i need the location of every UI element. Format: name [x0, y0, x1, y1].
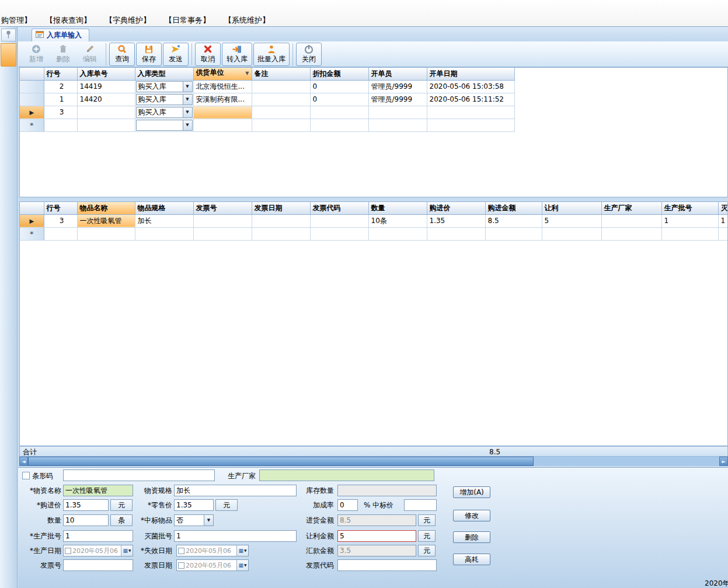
cell-line-no[interactable]	[44, 119, 77, 131]
cell-batch-no[interactable]	[661, 227, 718, 240]
retail-price-input[interactable]: 1.35	[174, 499, 214, 511]
cell-order-no[interactable]: 14420	[77, 93, 135, 106]
row-selector-header[interactable]	[20, 68, 44, 80]
col-created[interactable]: 开单日期	[427, 68, 514, 80]
barcode-checkbox[interactable]	[22, 472, 30, 479]
cell-line-no[interactable]: 2	[44, 80, 77, 93]
menu-item-daily[interactable]: 【日常事务】	[165, 15, 210, 26]
row-selector-header[interactable]	[20, 202, 44, 214]
col-price[interactable]: 购进价	[427, 202, 485, 214]
cell-price[interactable]: 1.35	[427, 214, 485, 227]
cell-clerk[interactable]: 管理员/9999	[368, 93, 427, 106]
cell-batch-no[interactable]: 1	[661, 214, 718, 227]
cell-rebate[interactable]	[542, 227, 601, 240]
quantity-input[interactable]: 10	[63, 514, 109, 526]
dropdown-icon[interactable]: ▼	[204, 515, 213, 526]
pin-button[interactable]	[1, 29, 16, 41]
col-discount[interactable]: 折扣金额	[310, 68, 368, 80]
rebate-amount-input[interactable]: 5	[337, 530, 416, 542]
cell-discount[interactable]: 0	[310, 80, 368, 93]
invoice-date-picker[interactable]: 2020年05月06 ▦▼	[176, 559, 249, 571]
col-item-spec[interactable]: 物品规格	[135, 202, 193, 214]
expiry-date-checkbox[interactable]	[178, 548, 184, 554]
dropdown-icon[interactable]: ▼	[183, 107, 192, 117]
cell-manufacturer[interactable]	[601, 227, 661, 240]
cell-rebate[interactable]: 5	[542, 214, 601, 227]
new-row-indicator[interactable]: *	[20, 119, 44, 131]
cell-line-no[interactable]: 3	[44, 214, 77, 227]
scrollbar-track[interactable]	[534, 457, 719, 466]
cell-remark[interactable]	[252, 93, 310, 106]
new-button[interactable]: 新增	[23, 43, 49, 66]
cell-created[interactable]	[427, 106, 514, 119]
entry-type-combo[interactable]: 购买入库▼	[136, 81, 193, 92]
cell-created[interactable]: 2020-05-06 15:11:52	[427, 93, 514, 106]
col-invoice-code[interactable]: 发票代码	[310, 202, 368, 214]
col-invoice-date[interactable]: 发票日期	[252, 202, 310, 214]
cell-order-no[interactable]	[77, 106, 135, 119]
production-date-picker[interactable]: 2020年05月06 ▦▼	[63, 545, 133, 556]
cell-discount[interactable]	[310, 119, 368, 131]
cell-remark[interactable]	[252, 106, 310, 119]
cell-supplier-active[interactable]	[193, 106, 252, 119]
bid-price-input[interactable]	[404, 499, 437, 511]
menu-item-system[interactable]: 【系统维护】	[224, 15, 270, 26]
filter-arrow-icon[interactable]: ▼	[245, 68, 249, 79]
remittance-unit-button[interactable]: 元	[418, 545, 436, 556]
col-manufacturer[interactable]: 生产厂家	[601, 202, 661, 214]
row-indicator[interactable]	[20, 93, 44, 106]
scrollbar-thumb[interactable]	[28, 457, 534, 466]
retail-price-unit-button[interactable]: 元	[215, 499, 238, 511]
cell-discount[interactable]	[310, 106, 368, 119]
cell-invoice-no[interactable]	[193, 214, 252, 227]
col-amount[interactable]: 购进金额	[485, 202, 542, 214]
cell-supplier[interactable]	[193, 119, 252, 131]
invoice-date-dropdown[interactable]: ▦▼	[236, 560, 248, 570]
dropdown-icon[interactable]: ▼	[183, 120, 192, 130]
cell-amount[interactable]	[485, 227, 542, 240]
cell-remark[interactable]	[252, 119, 310, 131]
save-button[interactable]: 保存	[136, 43, 162, 66]
invoice-code-input[interactable]	[337, 559, 437, 571]
col-remark[interactable]: 备注	[252, 68, 310, 80]
cell-qty[interactable]	[368, 227, 427, 240]
horizontal-scrollbar[interactable]: ◄ ►	[19, 457, 728, 466]
cell-invoice-date[interactable]	[252, 214, 310, 227]
cell-item-spec[interactable]: 加长	[135, 214, 193, 227]
cell-invoice-code[interactable]	[310, 214, 368, 227]
cell-clerk[interactable]	[368, 106, 427, 119]
row-indicator[interactable]	[20, 80, 44, 93]
menu-item-purchase[interactable]: 购管理】	[1, 15, 32, 26]
delete-item-button[interactable]: 删除	[453, 531, 490, 543]
bid-item-combo[interactable]: 否▼	[174, 514, 214, 526]
cancel-button[interactable]: 取消	[195, 43, 221, 66]
cell-item-spec[interactable]	[135, 227, 193, 240]
cell-sterile[interactable]	[718, 227, 728, 240]
dropdown-icon[interactable]: ▼	[183, 82, 192, 92]
batch-no-input[interactable]: 1	[63, 530, 133, 542]
cell-order-no[interactable]	[77, 119, 135, 131]
col-item-name[interactable]: 物品名称	[77, 202, 135, 214]
col-invoice-no[interactable]: 发票号	[193, 202, 252, 214]
cell-sterile[interactable]: 1	[718, 214, 728, 227]
menu-item-reports[interactable]: 【报表查询】	[46, 15, 91, 26]
collapsed-panel-handle[interactable]	[1, 43, 16, 67]
menu-item-dictionary[interactable]: 【字典维护】	[105, 15, 151, 26]
markup-rate-input[interactable]: 0	[337, 499, 358, 511]
rebate-amount-unit-button[interactable]: 元	[418, 530, 436, 542]
edit-button[interactable]: 编辑	[77, 43, 103, 66]
purchase-price-input[interactable]: 1.35	[63, 499, 109, 511]
col-entry-type[interactable]: 入库类型	[135, 68, 193, 80]
tab-warehouse-entry[interactable]: 入库单输入	[32, 29, 89, 41]
cell-amount[interactable]: 8.5	[485, 214, 542, 227]
cell-manufacturer[interactable]	[601, 214, 661, 227]
cell-line-no[interactable]: 1	[44, 93, 77, 106]
invoice-date-checkbox[interactable]	[178, 562, 184, 569]
modify-button[interactable]: 修改	[453, 510, 490, 521]
entry-type-combo[interactable]: 购买入库▼	[136, 94, 193, 105]
entry-type-combo[interactable]: ▼	[136, 120, 193, 131]
cell-price[interactable]	[427, 227, 485, 240]
cell-qty[interactable]: 10条	[368, 214, 427, 227]
cell-order-no[interactable]: 14419	[77, 80, 135, 93]
cell-clerk[interactable]: 管理员/9999	[368, 80, 427, 93]
